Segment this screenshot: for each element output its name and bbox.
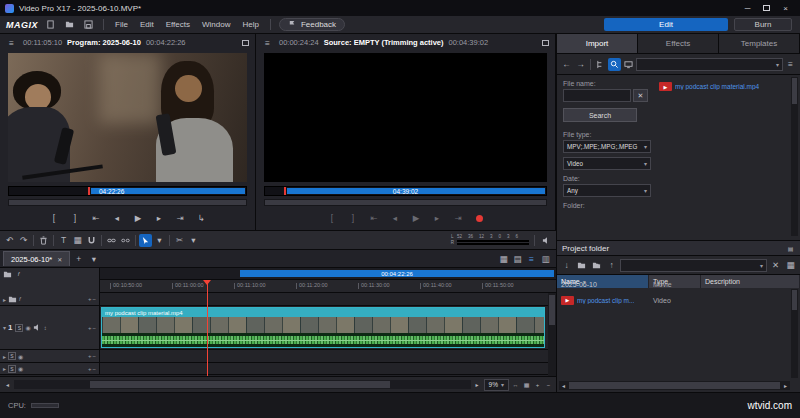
maximize-button[interactable] [757, 1, 776, 16]
list-view-icon[interactable]: ≡ [784, 58, 797, 71]
track-lane[interactable] [100, 293, 548, 305]
timeline-range-selection[interactable]: 00:04:22:26 [240, 270, 554, 277]
fullscreen-icon[interactable] [241, 38, 250, 47]
date-select[interactable]: Any ▾ [563, 184, 651, 197]
timeline-clip[interactable]: my podcast clip material.mp4 [101, 307, 545, 348]
media-kind-select[interactable]: Video ▾ [563, 157, 651, 170]
panel-options-icon[interactable]: ▤ [786, 244, 795, 253]
scrollbar-handle[interactable] [549, 295, 555, 325]
scrollbar-handle[interactable] [569, 382, 780, 389]
track-bigger-icon[interactable]: + [88, 325, 92, 331]
collapse-icon[interactable]: ▸ [3, 353, 6, 360]
playhead-line[interactable] [207, 280, 208, 376]
feedback-button[interactable]: Feedback [279, 18, 345, 31]
track-bigger-icon[interactable]: + [88, 353, 92, 359]
hamburger-menu-icon[interactable]: ≡ [5, 36, 18, 49]
menu-effects[interactable]: Effects [163, 20, 193, 29]
fullscreen-icon[interactable] [541, 38, 550, 47]
range-out-icon[interactable]: ] [347, 212, 360, 225]
track-header[interactable]: ▾ 1 S ◉ ↕ + − [0, 306, 100, 349]
source-preview[interactable] [264, 53, 547, 182]
range-in-icon[interactable]: [ [48, 212, 61, 225]
track-header[interactable]: ▸ S ◉ + − [0, 363, 100, 374]
track-lane[interactable] [100, 350, 548, 362]
folder-tree-icon[interactable] [594, 58, 607, 71]
forward-icon[interactable]: → [574, 58, 587, 71]
title-editor-icon[interactable]: T [57, 234, 70, 247]
menu-edit[interactable]: Edit [137, 20, 157, 29]
zoom-in-icon[interactable]: + [533, 380, 542, 389]
scissors-icon[interactable]: ✂ [173, 234, 186, 247]
track-smaller-icon[interactable]: − [92, 353, 96, 359]
visibility-icon[interactable]: ◉ [25, 324, 30, 331]
jump-end-icon[interactable]: ⇥ [452, 212, 465, 225]
insert-to-timeline-icon[interactable]: ↳ [195, 212, 208, 225]
track-smaller-icon[interactable]: − [92, 366, 96, 372]
track-header[interactable]: ▸ S ◉ + − [0, 350, 100, 362]
sequence-tab[interactable]: 2025-06-10* ✕ [3, 251, 70, 266]
solo-button[interactable]: S [8, 352, 16, 360]
delete-icon[interactable] [37, 234, 50, 247]
search-button[interactable]: Search [563, 108, 637, 122]
zoom-object-icon[interactable]: ▦ [522, 380, 531, 389]
fx-icon[interactable]: f [19, 296, 21, 302]
file-list-item[interactable]: ▶ my podcast clip material.mp4 [659, 82, 787, 91]
folder-icon[interactable] [8, 295, 17, 304]
tab-effects[interactable]: Effects [638, 34, 719, 53]
file-name-input[interactable] [563, 89, 631, 102]
jump-end-icon[interactable]: ⇥ [174, 212, 187, 225]
frame-back-icon[interactable]: ◂ [111, 212, 124, 225]
track-bigger-icon[interactable]: + [88, 296, 92, 302]
jump-start-icon[interactable]: ⇤ [90, 212, 103, 225]
zoom-fit-icon[interactable]: ↔ [511, 380, 520, 389]
zoom-level-select[interactable]: 9% ▾ [484, 379, 509, 391]
hamburger-menu-icon[interactable]: ≡ [261, 36, 274, 49]
grid-view-icon[interactable]: ▦ [784, 259, 797, 272]
import-file-icon[interactable]: ↓ [560, 259, 573, 272]
folder-up-icon[interactable]: ↑ [605, 259, 618, 272]
undo-icon[interactable]: ↶ [3, 234, 16, 247]
clear-icon[interactable]: ✕ [633, 89, 648, 102]
folder-combobox[interactable]: ▾ [620, 259, 767, 272]
scene-view-icon[interactable]: ▦ [497, 252, 510, 265]
jump-start-icon[interactable]: ⇤ [368, 212, 381, 225]
track-bigger-icon[interactable]: + [88, 366, 92, 372]
program-scrubber[interactable]: 04:22:26 [8, 186, 247, 196]
file-type-select[interactable]: MPV;.MPE;.MPG;.MPEG ▾ [563, 140, 651, 153]
program-scrollbar[interactable] [8, 199, 247, 206]
table-row[interactable]: 2025-06-10 Movie [557, 276, 791, 292]
collapse-icon[interactable]: ▸ [3, 296, 6, 303]
folder-icon[interactable] [3, 270, 12, 279]
range-out-icon[interactable]: ] [69, 212, 82, 225]
solo-button[interactable]: S [15, 324, 23, 332]
new-project-icon[interactable] [44, 18, 57, 31]
source-scrollbar[interactable] [264, 199, 547, 206]
redo-icon[interactable]: ↷ [17, 234, 30, 247]
play-icon[interactable]: ▶ [410, 212, 423, 225]
program-preview[interactable] [8, 53, 247, 182]
scrollbar-handle[interactable] [90, 381, 390, 388]
ungroup-icon[interactable] [119, 234, 132, 247]
program-scrollbar-handle[interactable] [9, 200, 246, 205]
back-icon[interactable]: ← [560, 58, 573, 71]
scroll-right-icon[interactable]: ▸ [473, 380, 482, 389]
object-grid-icon[interactable]: ▦ [71, 234, 84, 247]
group-link-icon[interactable] [105, 234, 118, 247]
zoom-out-icon[interactable]: − [544, 380, 553, 389]
playhead-marker[interactable] [203, 280, 211, 285]
path-combobox[interactable]: ▾ [636, 58, 783, 71]
snap-magnet-icon[interactable] [85, 234, 98, 247]
menu-help[interactable]: Help [239, 20, 261, 29]
remove-icon[interactable]: ✕ [769, 259, 782, 272]
project-folder-vscrollbar[interactable] [791, 289, 798, 378]
timeline-hscrollbar[interactable] [14, 380, 471, 389]
track-lane[interactable] [100, 363, 548, 374]
record-icon[interactable] [473, 212, 486, 225]
track-smaller-icon[interactable]: − [92, 296, 96, 302]
burn-mode-button[interactable]: Burn [734, 18, 792, 31]
timeline-overview-bar[interactable]: 00:04:22:26 [100, 268, 556, 280]
track-smaller-icon[interactable]: − [92, 325, 96, 331]
visibility-icon[interactable]: ◉ [18, 353, 23, 360]
file-list-scrollbar[interactable] [791, 77, 798, 236]
frame-back-icon[interactable]: ◂ [389, 212, 402, 225]
